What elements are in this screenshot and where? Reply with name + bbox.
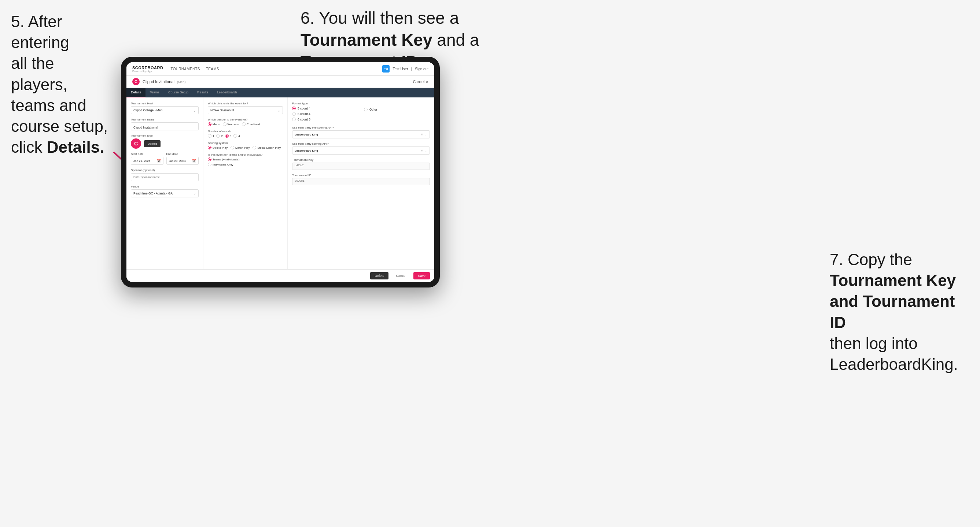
round-4[interactable]: 4 (234, 134, 240, 138)
venue-label: Venue (131, 185, 199, 188)
third-party-live-arrow[interactable]: ⌄ (425, 133, 427, 136)
format-6count5-radio[interactable] (292, 117, 296, 121)
sponsor-input[interactable] (131, 173, 199, 181)
nav-tournaments[interactable]: TOURNAMENTS (170, 67, 200, 71)
logo-area: SCOREBOARD Powered by clippd (132, 65, 163, 73)
page-title: Clippd Invitational (Men) (143, 79, 185, 84)
logo-preview: C (131, 138, 141, 149)
annotation-right: 7. Copy the Tournament Key and Tournamen… (830, 249, 969, 375)
tab-details[interactable]: Details (126, 88, 145, 97)
tab-results[interactable]: Results (193, 88, 213, 97)
sponsor-label: Sponsor (optional) (131, 168, 199, 172)
scoring-match-radio[interactable] (231, 146, 234, 149)
tournament-id-label: Tournament ID (292, 174, 430, 177)
sign-out-link[interactable]: Sign out (415, 67, 428, 71)
rounds-row: 1 2 3 4 (208, 134, 283, 138)
logo-upload-area: C Upload (131, 138, 199, 149)
scoring-medal-radio[interactable] (253, 146, 256, 149)
save-button[interactable]: Save (414, 272, 430, 279)
gender-mens[interactable]: Mens (208, 122, 220, 126)
scoring-medal-match[interactable]: Medal Match Play (253, 146, 281, 149)
round-4-radio[interactable] (234, 134, 237, 138)
tab-course-setup[interactable]: Course Setup (164, 88, 193, 97)
tournament-name-input[interactable]: Clippd Invitational (131, 122, 199, 130)
teams-label: Is this event for Teams and/or Individua… (208, 153, 283, 156)
third-party-api-select[interactable]: Leaderboard King ✕ ⌄ (292, 146, 430, 154)
venue-group: Venue Peachtree GC - Atlanta - GA (131, 185, 199, 197)
third-party-live-clear[interactable]: ✕ (421, 133, 423, 136)
nav-separator: | (411, 67, 412, 71)
gender-radio-group: Mens Womens Combined (208, 122, 283, 126)
date-row: Start date Jan 21, 2024 📅 End date Jan 2… (131, 152, 199, 165)
rounds-group: Number of rounds 1 2 3 (208, 130, 283, 138)
tournament-logo-label: Tournament logo (131, 134, 199, 137)
division-select[interactable]: NCAA Division III (208, 106, 283, 114)
round-1[interactable]: 1 (208, 134, 214, 138)
round-3-radio[interactable] (225, 134, 229, 138)
scoring-stroke[interactable]: Stroke Play (208, 146, 228, 149)
upload-button[interactable]: Upload (144, 140, 161, 147)
round-2-radio[interactable] (216, 134, 220, 138)
round-1-radio[interactable] (208, 134, 212, 138)
tournament-host-select[interactable]: Clippd College - Men (131, 106, 199, 114)
start-date-input[interactable]: Jan 21, 2024 📅 (131, 157, 164, 165)
gender-combined[interactable]: Combined (242, 122, 260, 126)
end-date-label: End date (166, 152, 199, 156)
ann-right-bold1: Tournament Key (830, 271, 956, 289)
right-column: Format type 5 count 4 6 count 4 6 count … (288, 97, 434, 269)
ann-left-3: teams and (11, 96, 86, 114)
scoring-match[interactable]: Match Play (231, 146, 250, 149)
format-6count4-label: 6 count 4 (298, 112, 310, 116)
tournament-key-label: Tournament Key (292, 158, 430, 162)
third-party-api-clear[interactable]: ✕ (421, 149, 423, 152)
logo-subtitle: Powered by clippd (132, 70, 163, 73)
format-other-radio[interactable] (364, 108, 368, 111)
annotation-top-line1: 6. You will then see a (301, 8, 459, 27)
third-party-live-select[interactable]: Leaderboard King ✕ ⌄ (292, 130, 430, 138)
nav-right: TU Test User | Sign out (382, 65, 428, 73)
tournament-logo-group: Tournament logo C Upload (131, 134, 199, 149)
format-other[interactable]: Other (364, 108, 430, 111)
format-6count4[interactable]: 6 count 4 (292, 112, 358, 116)
format-5count4[interactable]: 5 count 4 (292, 106, 358, 110)
teams-plus-radio[interactable] (208, 157, 212, 161)
gender-combined-radio[interactable] (242, 122, 245, 126)
venue-select[interactable]: Peachtree GC - Atlanta - GA (131, 189, 199, 197)
ann-right-1: 7. Copy the (830, 251, 912, 268)
individuals-only-radio[interactable] (208, 163, 212, 166)
gender-label: Which gender is the event for? (208, 118, 283, 121)
ann-right-line2: and Tournament ID (830, 292, 955, 331)
tab-leaderboards[interactable]: Leaderboards (213, 88, 242, 97)
scoring-label: Scoring system (208, 141, 283, 144)
division-label: Which division is the event for? (208, 102, 283, 105)
gender-mens-radio[interactable] (208, 122, 212, 126)
teams-plus-individuals[interactable]: Teams (+Individuals) (208, 157, 240, 161)
gender-womens-radio[interactable] (223, 122, 226, 126)
tab-teams[interactable]: Teams (145, 88, 164, 97)
individuals-only[interactable]: Individuals Only (208, 163, 233, 166)
user-name: Test User (393, 67, 408, 71)
tournament-key-group: Tournament Key b4f6b7 (292, 158, 430, 170)
round-2[interactable]: 2 (216, 134, 223, 138)
bottom-cancel-button[interactable]: Cancel (391, 272, 410, 279)
ann-left-1: 5. After entering (11, 13, 69, 51)
left-column: Tournament Host Clippd College - Men Tou… (126, 97, 204, 269)
nav-teams[interactable]: TEAMS (206, 67, 219, 71)
scoring-stroke-radio[interactable] (208, 146, 212, 149)
scoring-group: Scoring system Stroke Play Match Play (208, 141, 283, 149)
tournament-name-label: Tournament name (131, 118, 199, 121)
tablet-screen: SCOREBOARD Powered by clippd TOURNAMENTS… (126, 62, 434, 282)
round-3[interactable]: 3 (225, 134, 231, 138)
ann-left-2: all the players, (11, 54, 67, 93)
delete-button[interactable]: Delete (370, 272, 388, 279)
format-6count4-radio[interactable] (292, 112, 296, 116)
start-date-field: Start date Jan 21, 2024 📅 (131, 152, 164, 165)
scoring-radio-group: Stroke Play Match Play Medal Match Play (208, 146, 283, 149)
page-cancel-button[interactable]: Cancel ✕ (413, 80, 428, 84)
third-party-api-arrow[interactable]: ⌄ (425, 149, 427, 152)
format-6count5[interactable]: 6 count 5 (292, 117, 358, 121)
gender-womens[interactable]: Womens (223, 122, 239, 126)
end-date-input[interactable]: Jan 23, 2024 📅 (166, 157, 199, 165)
tournament-key-value: b4f6b7 (292, 163, 430, 170)
format-5count4-radio[interactable] (292, 106, 296, 110)
